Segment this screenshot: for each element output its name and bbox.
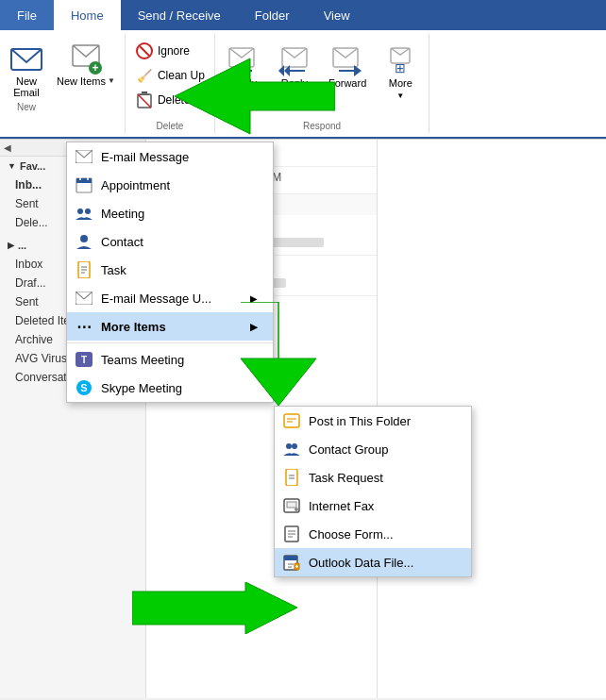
menu-item-email-message[interactable]: E-mail Message — [67, 142, 273, 171]
reply-label: Reply — [230, 77, 257, 89]
more-items-submenu: Post in This Folder Contact Group Task R… — [274, 406, 472, 577]
group-respond-label: Respond — [303, 119, 341, 131]
group-new-label: New — [17, 102, 36, 114]
choose-form-label: Choose Form... — [309, 527, 394, 542]
svg-text:⊞: ⊞ — [395, 60, 406, 75]
forward-label: Forward — [328, 77, 366, 89]
svg-text:T: T — [81, 355, 87, 365]
new-items-dropdown-arrow: ▼ — [108, 77, 115, 86]
menu-item-teams-meeting[interactable]: T Teams Meeting — [67, 345, 273, 374]
menu-separator — [67, 342, 273, 343]
email-message-label: E-mail Message — [101, 150, 189, 164]
reply-all-label: ReplyAll — [281, 77, 308, 100]
cleanup-label: Clean Up — [158, 69, 205, 82]
submenu-item-internet-fax[interactable]: Internet Fax — [275, 492, 471, 520]
more-items-arrow: ▶ — [250, 322, 258, 332]
submenu-item-contact-group[interactable]: Contact Group — [275, 435, 471, 463]
svg-rect-44 — [286, 469, 297, 486]
email-message-u-icon — [75, 289, 93, 308]
new-email-button[interactable]: NewEmail — [4, 38, 49, 102]
ignore-button[interactable]: Ignore — [129, 40, 195, 62]
internet-fax-label: Internet Fax — [309, 499, 374, 513]
svg-point-29 — [80, 235, 88, 242]
submenu-item-post[interactable]: Post in This Folder — [275, 407, 471, 435]
menu-item-more-items[interactable]: ⋯ More Items ▶ — [67, 312, 273, 341]
contact-group-label: Contact Group — [309, 442, 389, 457]
group-respond: Reply ReplyAll — [215, 34, 429, 133]
reply-button[interactable]: Reply — [219, 40, 268, 92]
new-items-icon: + — [69, 42, 103, 75]
outlook-data-file-label: Outlook Data File... — [309, 556, 413, 570]
favorites-label: Fav... — [20, 160, 45, 172]
submenu-item-choose-form[interactable]: Choose Form... — [275, 520, 471, 548]
svg-rect-9 — [140, 94, 149, 95]
reply-all-button[interactable]: ReplyAll — [270, 40, 319, 104]
tab-folder[interactable]: Folder — [238, 0, 307, 30]
delete-button[interactable]: Delete — [129, 89, 196, 111]
more-items-icon: ⋯ — [75, 317, 93, 336]
submenu-item-task-request[interactable]: Task Request — [275, 463, 471, 492]
appointment-icon — [75, 175, 93, 194]
menu-item-contact[interactable]: Contact — [67, 227, 273, 256]
more-respond-label: More▼ — [389, 77, 412, 101]
email-message-icon — [75, 147, 93, 166]
tab-view[interactable]: View — [307, 0, 367, 30]
post-label: Post in This Folder — [309, 414, 411, 428]
email-message-u-label: E-mail Message U... — [101, 292, 211, 306]
cleanup-icon: 🧹 — [135, 66, 154, 85]
new-items-button[interactable]: + New Items ▼ — [51, 38, 121, 91]
ignore-icon — [135, 42, 154, 60]
new-items-label: New Items ▼ — [57, 75, 115, 87]
reply-icon — [227, 43, 261, 77]
ribbon-tabs: File Home Send / Receive Folder View — [0, 0, 606, 30]
ribbon-content: NewEmail New + New Items — [0, 30, 606, 139]
cleanup-button[interactable]: 🧹 Clean Up — [129, 64, 210, 87]
more-respond-button[interactable]: ⊞ More▼ — [376, 40, 425, 105]
tab-file[interactable]: File — [0, 0, 54, 30]
svg-text:S: S — [80, 382, 87, 393]
group-delete-label: Delete — [156, 119, 183, 131]
delete-icon — [135, 91, 154, 109]
favorites-triangle: ▼ — [8, 161, 16, 171]
contact-icon — [75, 232, 93, 251]
outlook-data-file-icon — [282, 553, 301, 572]
svg-point-43 — [292, 443, 297, 449]
sidebar-collapse-btn[interactable]: ◀ — [4, 142, 11, 153]
internet-fax-icon — [282, 496, 301, 515]
post-icon — [282, 411, 301, 430]
choose-form-icon — [282, 525, 301, 543]
task-request-icon — [282, 468, 301, 487]
email-message-u-arrow: ▶ — [250, 293, 258, 304]
new-email-label: NewEmail — [13, 75, 40, 98]
more-items-label: More Items — [101, 320, 166, 334]
forward-button[interactable]: Forward — [321, 40, 374, 92]
menu-item-email-message-u[interactable]: E-mail Message U... ▶ — [67, 284, 273, 312]
menu-item-meeting[interactable]: Meeting — [67, 199, 273, 227]
menu-item-skype-meeting[interactable]: S Skype Meeting — [67, 374, 273, 402]
more-respond-icon: ⊞ — [383, 43, 417, 77]
menu-item-task[interactable]: Task — [67, 256, 273, 284]
tab-send-receive[interactable]: Send / Receive — [121, 0, 238, 30]
skype-meeting-label: Skype Meeting — [101, 381, 182, 395]
reply-all-icon — [278, 43, 311, 77]
svg-point-49 — [295, 508, 298, 511]
group-delete: Ignore 🧹 Clean Up Delete Delete — [126, 34, 215, 133]
teams-meeting-label: Teams Meeting — [101, 353, 184, 367]
tab-home[interactable]: Home — [54, 0, 121, 30]
teams-icon: T — [75, 350, 93, 369]
ribbon: File Home Send / Receive Folder View New… — [0, 0, 606, 140]
account-label: ... — [18, 240, 26, 251]
contact-label: Contact — [101, 235, 143, 249]
svg-text:+: + — [92, 61, 98, 75]
ignore-label: Ignore — [158, 44, 190, 58]
submenu-item-outlook-data-file[interactable]: Outlook Data File... — [275, 548, 471, 576]
appointment-label: Appointment — [101, 178, 170, 192]
skype-icon: S — [75, 378, 93, 397]
svg-rect-24 — [76, 178, 92, 183]
task-request-label: Task Request — [309, 471, 383, 485]
menu-item-appointment[interactable]: Appointment — [67, 171, 273, 199]
svg-point-28 — [85, 208, 91, 214]
svg-rect-55 — [284, 556, 297, 560]
task-label: Task — [101, 263, 126, 277]
contact-group-icon — [282, 440, 301, 458]
